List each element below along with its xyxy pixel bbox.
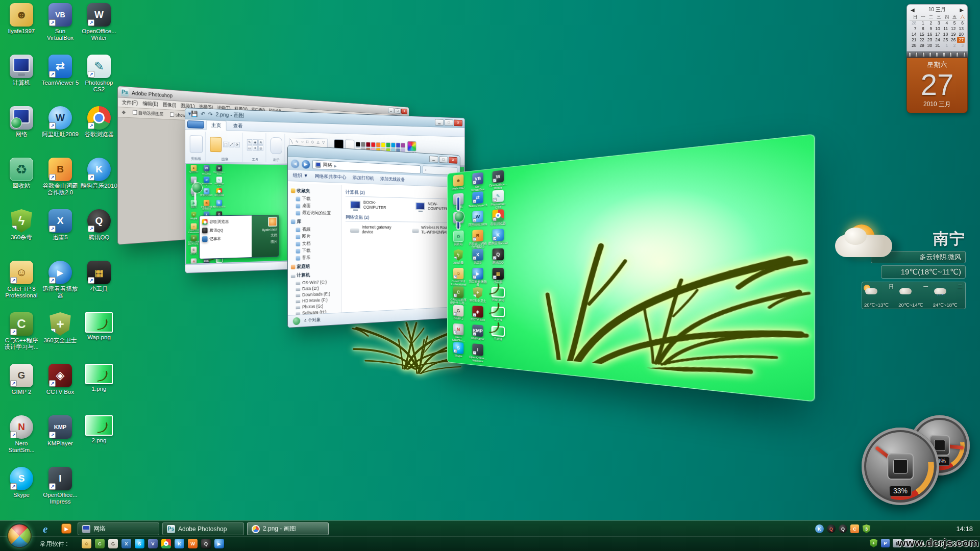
palette-color[interactable] xyxy=(371,142,376,147)
pane-desktop-icon[interactable]: S↗ Skype xyxy=(449,341,468,362)
taskbar-button[interactable]: Ps Adobe Photoshop xyxy=(162,522,244,535)
crop-icon[interactable]: ⬚ xyxy=(223,142,228,147)
calendar-day[interactable]: 24 xyxy=(933,37,941,43)
close-button[interactable]: ✕ xyxy=(454,119,462,126)
pane-desktop-icon[interactable]: KMP↗ KMPlayer xyxy=(468,324,488,345)
start-button[interactable] xyxy=(7,523,32,548)
desktop-icon[interactable]: ♻↗ 回收站 xyxy=(2,158,41,209)
toolbar-button[interactable]: 组织 ▼ xyxy=(293,172,308,179)
picker-icon[interactable]: ✦ xyxy=(253,145,258,151)
calendar-day[interactable]: 2 xyxy=(925,20,933,26)
taskbar-button[interactable]: 网络 xyxy=(78,522,159,535)
tray-icon[interactable]: Q xyxy=(839,524,847,533)
group-header-devices[interactable]: 网络设施 (2) xyxy=(346,214,457,223)
tray-icon[interactable]: K xyxy=(815,524,824,533)
pane-desktop-icon[interactable]: ☺↗ CuteFTP 8 Professional xyxy=(449,268,468,287)
tab-home[interactable]: 主页 xyxy=(206,120,227,131)
forward-button[interactable]: ▶ xyxy=(302,160,310,169)
desktop-icon[interactable]: ☻↗ liyafe1997 xyxy=(2,3,41,55)
brushes-button[interactable] xyxy=(271,137,282,154)
pane-desktop-icon[interactable]: VB↗ Sun VirtualBox xyxy=(468,172,488,193)
homegroup-header[interactable]: 家庭组 xyxy=(297,263,310,270)
computer-header[interactable]: 计算机 xyxy=(297,272,310,279)
zoom-icon[interactable]: ◎ xyxy=(258,145,263,151)
group-header-computers[interactable]: 计算机 (2) xyxy=(346,189,457,199)
quicklaunch-icon[interactable]: K xyxy=(175,539,184,548)
calendar-day[interactable]: 20 xyxy=(957,32,965,37)
desktop-icon[interactable]: ↗ 网络 xyxy=(2,106,41,158)
desktop-icon[interactable]: ☺↗ CuteFTP 8 Professional xyxy=(2,261,41,312)
pane-desktop-icon[interactable]: B↗ 谷歌金山词霸合作版2.0 xyxy=(468,230,488,249)
tray-icon[interactable]: C xyxy=(850,524,859,533)
pane-desktop-icon[interactable]: ◈↗ CCTV Box xyxy=(468,306,488,325)
calendar-day[interactable]: 1 xyxy=(941,43,949,48)
media-player-icon[interactable]: ▶ xyxy=(61,523,71,534)
palette-color[interactable] xyxy=(396,143,401,148)
calendar-day[interactable]: 7 xyxy=(910,26,917,32)
toolbar-button[interactable]: 网络和共享中心 xyxy=(315,173,346,181)
palette-color[interactable] xyxy=(386,142,390,147)
quicklaunch-icon[interactable]: C xyxy=(95,539,105,548)
calendar-day[interactable]: 28 xyxy=(910,20,917,26)
desktop-icon[interactable]: ✎↗ Photoshop CS2 xyxy=(80,55,118,106)
clock-time[interactable]: 14:18 xyxy=(956,525,973,533)
pane-desktop-icon[interactable]: W↗ 阿里旺旺2009 xyxy=(468,210,488,230)
close-button[interactable]: ✕ xyxy=(401,108,407,114)
pane-desktop-icon[interactable]: ↗ 计算机 xyxy=(449,193,468,213)
calendar-day[interactable]: 5 xyxy=(949,20,957,26)
paste-button[interactable] xyxy=(190,135,203,153)
libraries-header[interactable]: 库 xyxy=(297,218,301,225)
weather-gadget[interactable]: 南宁 多云转阴,微风 19℃(18℃~11℃) 日 20℃~13℃ 一 20℃~… xyxy=(837,224,970,316)
menu-item[interactable]: 编辑(E) xyxy=(142,100,158,108)
pane-desktop-icon[interactable]: ↗ 网络 xyxy=(449,211,468,231)
desktop-icon[interactable]: G↗ GIMP 2 xyxy=(2,364,41,415)
desktop-icon[interactable]: KMP↗ KMPlayer xyxy=(41,415,80,467)
calendar-day[interactable]: 29 xyxy=(917,43,925,48)
desktop-icon[interactable]: S↗ Skype xyxy=(2,467,41,518)
undo-icon[interactable]: ↶ xyxy=(201,111,205,117)
sidebar-item[interactable]: 最近访问的位置 xyxy=(291,209,341,217)
pane-desktop-icon[interactable]: C↗ C与C++程序设计学习与... xyxy=(449,286,468,306)
favorites-header[interactable]: 收藏夹 xyxy=(297,188,310,195)
quicklaunch-icon[interactable]: Q xyxy=(201,539,211,548)
calendar-day[interactable]: 14 xyxy=(910,32,917,37)
pane-desktop-icon[interactable]: I↗ OpenOffice... Impress xyxy=(468,343,488,364)
minimize-button[interactable]: ▁ xyxy=(435,119,444,126)
toolbar-button[interactable]: 添加打印机 xyxy=(353,174,374,182)
menu-item[interactable]: 图像(I) xyxy=(163,102,176,109)
desktop-icon[interactable]: ⇄↗ TeamViewer 5 xyxy=(41,55,80,106)
paint-menu-button[interactable] xyxy=(187,120,204,129)
save-icon[interactable]: ▾💾 xyxy=(188,110,198,117)
desktop-icon[interactable]: ϟ↗ 360杀毒 xyxy=(2,209,41,261)
tray-icon[interactable]: 3 xyxy=(862,524,871,533)
calendar-day[interactable]: 3 xyxy=(957,43,965,48)
fill-icon[interactable]: ◈ xyxy=(253,139,258,145)
calendar-day[interactable]: 22 xyxy=(917,37,925,43)
calendar-day[interactable]: 13 xyxy=(957,26,965,32)
close-button[interactable]: ✕ xyxy=(449,157,457,163)
palette-color[interactable] xyxy=(356,142,360,147)
desktop-icon[interactable]: VB↗ Sun VirtualBox xyxy=(41,3,80,55)
desktop-icon[interactable]: Q↗ 腾讯QQ xyxy=(80,209,118,261)
desktop-icon[interactable]: W↗ OpenOffice... Writer xyxy=(80,3,118,55)
desktop-icon[interactable]: ↗ 计算机 xyxy=(2,55,41,106)
sidebar-item[interactable]: 音乐 xyxy=(291,254,341,262)
window-explorer[interactable]: ▁ □ ✕ ◀ ▶ 网络 ▸ ⌕ 组织 ▼网络和共享中心添加打印机添加无线设备 … xyxy=(287,145,460,328)
desktop-icon[interactable]: C↗ C与C++程序设计学习与... xyxy=(2,312,41,364)
maximize-button[interactable]: □ xyxy=(395,108,401,113)
back-button[interactable]: ◀ xyxy=(291,159,299,168)
desktop-icon[interactable]: ◈↗ CCTV Box xyxy=(41,364,80,415)
palette-color[interactable] xyxy=(376,142,381,147)
desktop-icon[interactable]: I↗ OpenOffice... Impress xyxy=(41,467,80,518)
calendar-day[interactable]: 15 xyxy=(917,32,925,37)
redo-icon[interactable]: ↷ xyxy=(208,111,213,118)
desktop-icon[interactable]: ↗ 1.png xyxy=(80,364,118,415)
pane-desktop-icon[interactable]: G↗ GIMP 2 xyxy=(449,305,468,324)
desktop-icon[interactable]: K↗ 酷狗音乐2010 xyxy=(80,158,118,209)
desktop-icon[interactable]: ↗ Wap.png xyxy=(80,312,118,364)
pane-desktop-icon[interactable]: ↗ 2.png xyxy=(488,325,509,346)
calendar-day[interactable]: 28 xyxy=(910,43,917,48)
desktop-icon[interactable]: N↗ Nero StartSm... xyxy=(2,415,41,467)
pane-desktop-icon[interactable]: W↗ OpenOffice... Writer xyxy=(488,169,509,191)
tray-icon[interactable]: Q xyxy=(827,524,836,533)
